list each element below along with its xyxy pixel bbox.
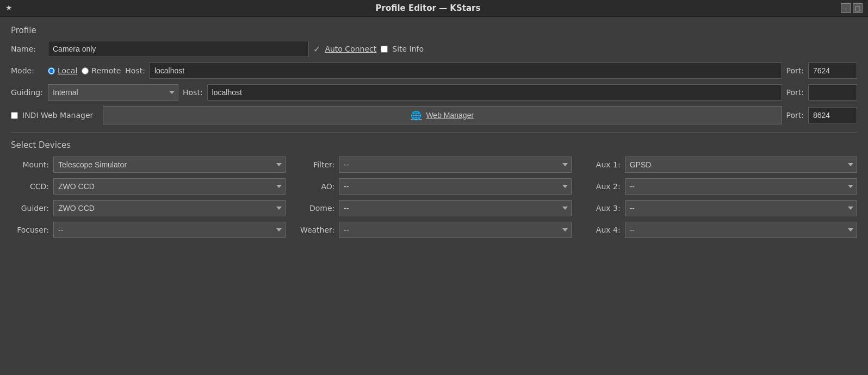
aux1-label: Aux 1: — [582, 160, 621, 169]
section-divider — [11, 132, 857, 133]
ao-row: AO: -- — [296, 178, 571, 195]
profile-section: Name: ✓ Auto Connect Site Info Mode: Loc… — [11, 41, 857, 124]
mode-local-label[interactable]: Local — [48, 66, 77, 75]
weather-select[interactable]: -- — [339, 222, 571, 238]
column-2: Filter: -- INDI Filter Wheel AO: -- Dome… — [296, 157, 571, 238]
guiding-host-input[interactable] — [207, 84, 782, 101]
guiding-host-label: Host: — [183, 88, 203, 97]
title-bar-left: ★ — [5, 3, 15, 13]
mount-label: Mount: — [11, 160, 49, 169]
column-1: Mount: Telescope Simulator -- EQMod Moun… — [11, 157, 286, 238]
auto-connect-checkmark: ✓ — [313, 44, 320, 54]
mount-row: Mount: Telescope Simulator -- EQMod Moun… — [11, 157, 286, 173]
aux4-row: Aux 4: -- — [582, 222, 857, 238]
focuser-label: Focuser: — [11, 226, 49, 234]
ccd-select[interactable]: ZWO CCD -- CCD Simulator — [53, 178, 286, 195]
filter-select[interactable]: -- INDI Filter Wheel — [339, 157, 571, 173]
guiding-row: Guiding: Internal PHD2 Lin_guider Host: … — [11, 84, 857, 101]
port-label: Port: — [786, 66, 804, 75]
guiding-port-label: Port: — [786, 88, 804, 97]
aux2-row: Aux 2: -- — [582, 178, 857, 195]
web-manager-port-label: Port: — [786, 111, 804, 120]
column-3: Aux 1: GPSD -- GPS Simulator Aux 2: -- A… — [582, 157, 857, 238]
ccd-label: CCD: — [11, 182, 49, 191]
site-info-checkbox[interactable] — [381, 46, 388, 53]
aux1-row: Aux 1: GPSD -- GPS Simulator — [582, 157, 857, 173]
aux3-label: Aux 3: — [582, 204, 621, 212]
aux3-select[interactable]: -- — [625, 200, 857, 216]
mount-select[interactable]: Telescope Simulator -- EQMod Mount — [53, 157, 286, 173]
title-bar: ★ Profile Editor — KStars – □ — [0, 0, 868, 17]
main-content: Profile Name: ✓ Auto Connect Site Info M… — [0, 17, 868, 247]
window-controls: – □ — [841, 3, 863, 13]
devices-section: Select Devices Mount: Telescope Simulato… — [11, 140, 857, 238]
ao-label: AO: — [296, 182, 334, 191]
globe-icon: 🌐 — [411, 110, 421, 121]
mode-local-text: Local — [58, 66, 77, 75]
mode-remote-label[interactable]: Remote — [82, 66, 121, 75]
ccd-row: CCD: ZWO CCD -- CCD Simulator — [11, 178, 286, 195]
name-input[interactable] — [48, 41, 309, 57]
window-title: Profile Editor — KStars — [15, 3, 841, 13]
aux2-select[interactable]: -- — [625, 178, 857, 195]
guiding-port-input[interactable] — [808, 84, 857, 101]
filter-label: Filter: — [296, 160, 334, 169]
weather-row: Weather: -- — [296, 222, 571, 238]
focuser-row: Focuser: -- — [11, 222, 286, 238]
site-info-label: Site Info — [392, 45, 425, 53]
mode-label: Mode: — [11, 66, 44, 75]
devices-section-label: Select Devices — [11, 140, 857, 150]
host-label: Host: — [125, 66, 145, 75]
mode-remote-text: Remote — [91, 66, 121, 75]
auto-connect-label[interactable]: Auto Connect — [325, 45, 376, 53]
mode-local-radio[interactable] — [48, 67, 55, 74]
aux4-select[interactable]: -- — [625, 222, 857, 238]
port-input[interactable] — [808, 62, 857, 79]
focuser-select[interactable]: -- — [53, 222, 286, 238]
devices-grid: Mount: Telescope Simulator -- EQMod Moun… — [11, 157, 857, 238]
guiding-select[interactable]: Internal PHD2 Lin_guider — [48, 84, 178, 101]
indi-web-manager-checkbox[interactable] — [11, 112, 18, 119]
aux2-label: Aux 2: — [582, 182, 621, 191]
aux1-select[interactable]: GPSD -- GPS Simulator — [625, 157, 857, 173]
minimize-button[interactable]: – — [841, 3, 851, 13]
auto-connect-text: Auto Connect — [325, 45, 376, 53]
filter-row: Filter: -- INDI Filter Wheel — [296, 157, 571, 173]
web-manager-port-input[interactable] — [808, 107, 857, 123]
ao-select[interactable]: -- — [339, 178, 571, 195]
dome-row: Dome: -- — [296, 200, 571, 216]
guider-select[interactable]: ZWO CCD -- CCD Simulator — [53, 200, 286, 216]
web-manager-button[interactable]: 🌐 Web Manager — [103, 106, 782, 124]
dome-select[interactable]: -- — [339, 200, 571, 216]
dome-label: Dome: — [296, 204, 334, 212]
name-row: Name: ✓ Auto Connect Site Info — [11, 41, 857, 57]
guider-label: Guider: — [11, 204, 49, 212]
aux3-row: Aux 3: -- — [582, 200, 857, 216]
indi-web-manager-label: INDI Web Manager — [22, 111, 98, 120]
mode-remote-radio[interactable] — [82, 67, 89, 74]
web-manager-button-label: Web Manager — [426, 111, 474, 120]
mode-row: Mode: Local Remote Host: Port: — [11, 62, 857, 79]
weather-label: Weather: — [296, 226, 334, 234]
app-icon: ★ — [5, 3, 15, 13]
name-label: Name: — [11, 45, 44, 53]
guider-row: Guider: ZWO CCD -- CCD Simulator — [11, 200, 286, 216]
guiding-label: Guiding: — [11, 88, 44, 97]
maximize-button[interactable]: □ — [853, 3, 863, 13]
host-input[interactable] — [150, 62, 782, 79]
profile-section-label: Profile — [11, 26, 857, 35]
aux4-label: Aux 4: — [582, 226, 621, 234]
indi-web-manager-row: INDI Web Manager 🌐 Web Manager Port: — [11, 106, 857, 124]
